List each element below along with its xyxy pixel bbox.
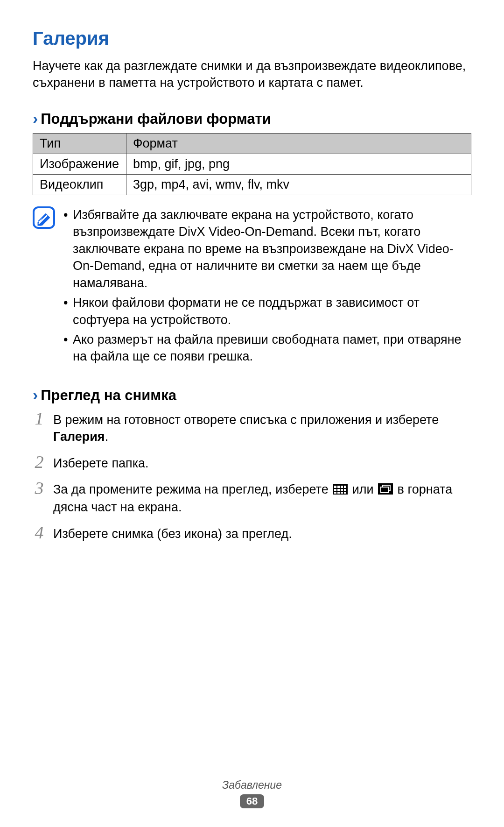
step-number: 1	[33, 410, 46, 427]
stack-view-icon	[378, 482, 393, 499]
svg-rect-13	[344, 492, 346, 494]
svg-rect-7	[337, 489, 340, 491]
step-item: 3 За да промените режима на преглед, изб…	[33, 479, 471, 516]
cell-format: 3gp, mp4, avi, wmv, flv, mkv	[126, 174, 471, 195]
step-item: 1 В режим на готовност отворете списъка …	[33, 410, 471, 445]
table-header-format: Формат	[126, 133, 471, 154]
svg-rect-12	[341, 492, 343, 494]
step-item: 4 Изберете снимка (без икона) за преглед…	[33, 523, 471, 542]
svg-rect-11	[337, 492, 340, 494]
formats-table: Тип Формат Изображение bmp, gif, jpg, pn…	[33, 133, 471, 195]
step-text: Изберете снимка (без икона) за преглед.	[53, 523, 292, 542]
table-row: Видеоклип 3gp, mp4, avi, wmv, flv, mkv	[33, 174, 471, 195]
note-item: Някои файлови формати не се поддържат в …	[62, 294, 471, 328]
grid-view-icon	[333, 482, 348, 499]
cell-type: Видеоклип	[33, 174, 126, 195]
note-item: Ако размерът на файла превиши свободната…	[62, 331, 471, 365]
step-number: 3	[33, 479, 46, 497]
cell-format: bmp, gif, jpg, png	[126, 154, 471, 174]
table-header-type: Тип	[33, 133, 126, 154]
subsection-view-photo: › Преглед на снимка 1 В режим на готовно…	[33, 387, 471, 542]
chevron-icon: ›	[33, 110, 38, 126]
step-item: 2 Изберете папка.	[33, 453, 471, 472]
svg-rect-6	[334, 489, 336, 491]
svg-rect-4	[341, 486, 343, 488]
step-text: Изберете папка.	[53, 453, 149, 472]
note-list: Избягвайте да заключвате екрана на устро…	[62, 206, 471, 368]
step-number: 2	[33, 453, 46, 471]
step-text: В режим на готовност отворете списъка с …	[53, 410, 471, 445]
svg-rect-2	[334, 486, 336, 488]
steps-list: 1 В режим на готовност отворете списъка …	[33, 410, 471, 542]
chevron-icon: ›	[33, 387, 38, 403]
page-title: Галерия	[33, 28, 471, 49]
subsection-heading-text: Поддържани файлови формати	[41, 111, 271, 127]
footer-section-label: Забавление	[0, 779, 504, 792]
note-icon	[33, 206, 55, 229]
step-number: 4	[33, 523, 46, 541]
subsection-heading-formats: › Поддържани файлови формати	[33, 110, 471, 127]
subsection-heading-view: › Преглед на снимка	[33, 387, 471, 404]
intro-text: Научете как да разглеждате снимки и да в…	[33, 57, 471, 92]
svg-rect-9	[344, 489, 346, 491]
svg-rect-10	[334, 492, 336, 494]
subsection-supported-formats: › Поддържани файлови формати Тип Формат …	[33, 110, 471, 368]
note-item: Избягвайте да заключвате екрана на устро…	[62, 206, 471, 291]
step-text: За да промените режима на преглед, избер…	[53, 479, 471, 516]
footer-page-number: 68	[240, 794, 264, 808]
table-row: Изображение bmp, gif, jpg, png	[33, 154, 471, 174]
cell-type: Изображение	[33, 154, 126, 174]
page-footer: Забавление 68	[0, 779, 504, 808]
note-block: Избягвайте да заключвате екрана на устро…	[33, 206, 471, 368]
svg-rect-16	[381, 487, 388, 493]
svg-rect-3	[337, 486, 340, 488]
subsection-heading-text: Преглед на снимка	[41, 387, 176, 404]
svg-rect-8	[341, 489, 343, 491]
svg-rect-5	[344, 486, 346, 488]
